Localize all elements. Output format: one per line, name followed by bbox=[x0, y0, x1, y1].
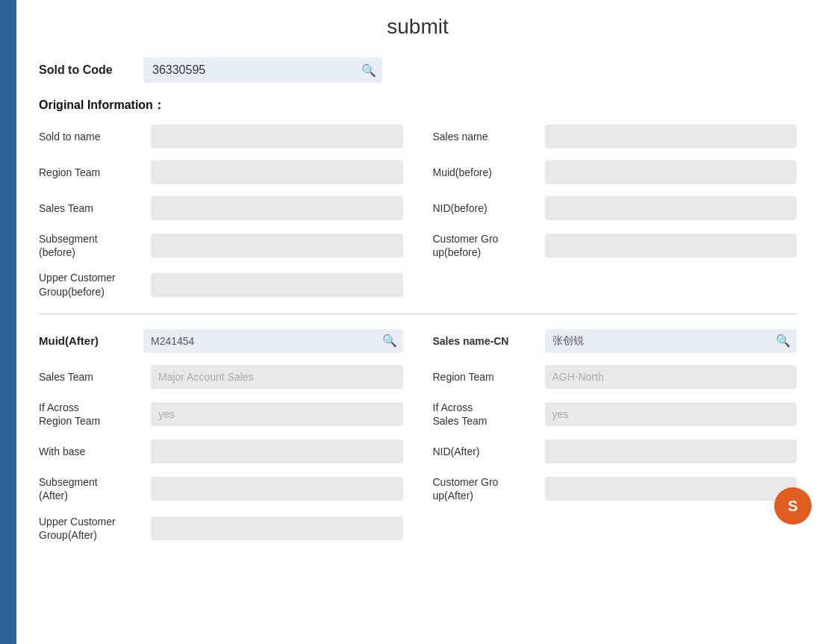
if-across-sales-label: If AcrossSales Team bbox=[433, 401, 538, 428]
muid-before-label: Muid(before) bbox=[433, 166, 538, 179]
subsegment-before-field: Subsegment(before) bbox=[39, 232, 403, 259]
muid-before-input[interactable] bbox=[545, 160, 797, 184]
upper-customer-group-after-label: Upper CustomerGroup(After) bbox=[39, 515, 143, 542]
sales-team-before-label: Sales Team bbox=[39, 201, 143, 215]
customer-group-before-label: Customer Group(before) bbox=[433, 232, 538, 259]
with-base-label: With base bbox=[39, 445, 143, 458]
customer-group-before-input[interactable] bbox=[545, 234, 797, 257]
muid-after-label: Muid(After) bbox=[39, 334, 136, 347]
left-sidebar bbox=[0, 0, 16, 644]
upper-customer-group-after-field: Upper CustomerGroup(After) bbox=[39, 515, 403, 542]
sold-to-code-input-wrapper: 🔍 bbox=[143, 57, 382, 83]
sold-to-name-label: Sold to name bbox=[39, 130, 143, 143]
sales-team-after-input[interactable] bbox=[151, 365, 403, 389]
sold-to-code-label: Sold to Code bbox=[39, 63, 136, 77]
after-info-grid: Sales Team Region Team If AcrossRegion T… bbox=[39, 365, 797, 542]
nid-after-input[interactable] bbox=[545, 440, 797, 463]
if-across-region-input[interactable] bbox=[151, 402, 403, 426]
nid-before-label: NID(before) bbox=[433, 201, 538, 215]
muid-after-search-button[interactable]: 🔍 bbox=[382, 334, 397, 348]
sold-to-code-input[interactable] bbox=[143, 57, 382, 83]
nid-before-input[interactable] bbox=[545, 196, 797, 220]
sales-name-label: Sales name bbox=[433, 130, 538, 143]
muid-after-wrapper: Muid(After) 🔍 bbox=[39, 329, 403, 353]
customer-group-after-field: Customer Group(After) bbox=[433, 475, 797, 502]
region-team-after-field: Region Team bbox=[433, 365, 797, 389]
nid-after-field: NID(After) bbox=[433, 440, 797, 463]
region-team-after-input[interactable] bbox=[545, 365, 797, 389]
sales-name-cn-wrapper: Sales name-CN 🔍 bbox=[433, 329, 797, 353]
region-team-before-input[interactable] bbox=[151, 160, 403, 184]
sales-name-cn-search-button[interactable]: 🔍 bbox=[776, 334, 791, 348]
sold-to-code-row: Sold to Code 🔍 bbox=[39, 57, 797, 83]
upper-customer-group-before-input[interactable] bbox=[151, 273, 403, 297]
subsegment-after-input[interactable] bbox=[151, 477, 403, 501]
region-team-before-label: Region Team bbox=[39, 166, 143, 179]
sales-team-after-field: Sales Team bbox=[39, 365, 403, 389]
sold-to-name-field: Sold to name bbox=[39, 125, 403, 149]
after-header-row: Muid(After) 🔍 Sales name-CN 🔍 bbox=[39, 329, 797, 353]
spacer-1 bbox=[433, 271, 797, 298]
subsegment-before-input[interactable] bbox=[151, 234, 403, 257]
if-across-region-label: If AcrossRegion Team bbox=[39, 401, 143, 428]
muid-before-field: Muid(before) bbox=[433, 160, 797, 184]
sales-team-after-label: Sales Team bbox=[39, 370, 143, 384]
muid-after-input-wrapper: 🔍 bbox=[143, 329, 403, 353]
upper-customer-group-before-label: Upper CustomerGroup(before) bbox=[39, 271, 143, 298]
upper-customer-group-after-input[interactable] bbox=[151, 516, 403, 540]
watermark-logo: S bbox=[774, 487, 812, 525]
upper-customer-group-before-field: Upper CustomerGroup(before) bbox=[39, 271, 403, 298]
sales-name-input[interactable] bbox=[545, 125, 797, 149]
sales-team-before-input[interactable] bbox=[151, 196, 403, 220]
customer-group-before-field: Customer Group(before) bbox=[433, 232, 797, 259]
if-across-sales-input[interactable] bbox=[545, 402, 797, 426]
sales-name-field: Sales name bbox=[433, 125, 797, 149]
nid-before-field: NID(before) bbox=[433, 196, 797, 220]
sold-to-code-search-button[interactable]: 🔍 bbox=[361, 63, 376, 78]
with-base-field: With base bbox=[39, 440, 403, 463]
main-container: submit Sold to Code 🔍 Original Informati… bbox=[16, 0, 819, 644]
nid-after-label: NID(After) bbox=[433, 445, 538, 458]
region-team-before-field: Region Team bbox=[39, 160, 403, 184]
sales-team-before-field: Sales Team bbox=[39, 196, 403, 220]
sales-name-cn-label: Sales name-CN bbox=[433, 334, 538, 348]
subsegment-after-label: Subsegment(After) bbox=[39, 475, 143, 502]
if-across-region-field: If AcrossRegion Team bbox=[39, 401, 403, 428]
subsegment-before-label: Subsegment(before) bbox=[39, 232, 143, 259]
original-section-label: Original Information： bbox=[39, 98, 797, 113]
sales-name-cn-input-wrapper: 🔍 bbox=[545, 329, 797, 353]
sales-name-cn-input[interactable] bbox=[545, 329, 797, 353]
muid-after-input[interactable] bbox=[143, 329, 403, 353]
with-base-input[interactable] bbox=[151, 440, 403, 463]
page-title: submit bbox=[39, 15, 797, 39]
customer-group-after-input[interactable] bbox=[545, 477, 797, 501]
original-info-grid: Sold to name Sales name Region Team Muid… bbox=[39, 125, 797, 298]
section-divider bbox=[39, 313, 797, 314]
if-across-sales-field: If AcrossSales Team bbox=[433, 401, 797, 428]
spacer-2 bbox=[433, 515, 797, 542]
subsegment-after-field: Subsegment(After) bbox=[39, 475, 403, 502]
customer-group-after-label: Customer Group(After) bbox=[433, 475, 538, 502]
sold-to-name-input[interactable] bbox=[151, 125, 403, 149]
region-team-after-label: Region Team bbox=[433, 370, 538, 384]
